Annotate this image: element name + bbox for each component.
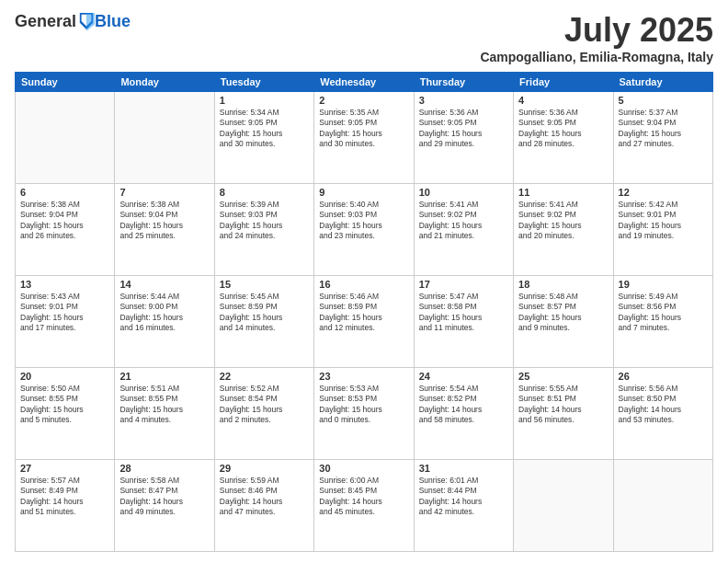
day-info: Sunrise: 5:55 AM Sunset: 8:51 PM Dayligh… bbox=[518, 384, 608, 426]
calendar-cell: 27Sunrise: 5:57 AM Sunset: 8:49 PM Dayli… bbox=[16, 460, 115, 552]
calendar-cell bbox=[514, 460, 613, 552]
calendar-cell: 13Sunrise: 5:43 AM Sunset: 9:01 PM Dayli… bbox=[16, 276, 115, 368]
day-number: 7 bbox=[119, 187, 209, 198]
day-number: 18 bbox=[518, 279, 608, 290]
calendar-cell: 12Sunrise: 5:42 AM Sunset: 9:01 PM Dayli… bbox=[613, 184, 712, 276]
day-info: Sunrise: 5:41 AM Sunset: 9:02 PM Dayligh… bbox=[518, 200, 608, 242]
calendar-cell bbox=[16, 92, 115, 184]
page: General Blue July 2025 Campogalliano, Em… bbox=[0, 0, 728, 563]
day-info: Sunrise: 5:34 AM Sunset: 9:05 PM Dayligh… bbox=[220, 108, 309, 150]
day-number: 30 bbox=[319, 463, 408, 474]
day-info: Sunrise: 5:35 AM Sunset: 9:05 PM Dayligh… bbox=[319, 108, 408, 150]
calendar-cell: 6Sunrise: 5:38 AM Sunset: 9:04 PM Daylig… bbox=[16, 184, 115, 276]
calendar-cell: 18Sunrise: 5:48 AM Sunset: 8:57 PM Dayli… bbox=[514, 276, 613, 368]
calendar-cell: 5Sunrise: 5:37 AM Sunset: 9:04 PM Daylig… bbox=[613, 92, 712, 184]
day-info: Sunrise: 5:45 AM Sunset: 8:59 PM Dayligh… bbox=[220, 292, 309, 334]
calendar-cell: 11Sunrise: 5:41 AM Sunset: 9:02 PM Dayli… bbox=[514, 184, 613, 276]
day-number: 10 bbox=[419, 187, 508, 198]
calendar-cell: 10Sunrise: 5:41 AM Sunset: 9:02 PM Dayli… bbox=[414, 184, 513, 276]
calendar-cell: 24Sunrise: 5:54 AM Sunset: 8:52 PM Dayli… bbox=[414, 368, 513, 460]
calendar-week-row: 1Sunrise: 5:34 AM Sunset: 9:05 PM Daylig… bbox=[16, 92, 713, 184]
calendar-cell: 28Sunrise: 5:58 AM Sunset: 8:47 PM Dayli… bbox=[115, 460, 214, 552]
day-info: Sunrise: 5:51 AM Sunset: 8:55 PM Dayligh… bbox=[119, 384, 209, 426]
calendar-cell: 9Sunrise: 5:40 AM Sunset: 9:03 PM Daylig… bbox=[314, 184, 414, 276]
day-info: Sunrise: 5:59 AM Sunset: 8:46 PM Dayligh… bbox=[220, 476, 309, 518]
day-info: Sunrise: 5:49 AM Sunset: 8:56 PM Dayligh… bbox=[619, 292, 708, 334]
day-number: 19 bbox=[619, 279, 708, 290]
day-info: Sunrise: 5:40 AM Sunset: 9:03 PM Dayligh… bbox=[319, 200, 408, 242]
calendar-week-row: 20Sunrise: 5:50 AM Sunset: 8:55 PM Dayli… bbox=[16, 368, 713, 460]
day-info: Sunrise: 5:47 AM Sunset: 8:58 PM Dayligh… bbox=[419, 292, 508, 334]
calendar-cell bbox=[613, 460, 712, 552]
calendar-cell: 30Sunrise: 6:00 AM Sunset: 8:45 PM Dayli… bbox=[314, 460, 414, 552]
calendar-week-row: 13Sunrise: 5:43 AM Sunset: 9:01 PM Dayli… bbox=[16, 276, 713, 368]
day-number: 29 bbox=[220, 463, 309, 474]
calendar-cell: 22Sunrise: 5:52 AM Sunset: 8:54 PM Dayli… bbox=[214, 368, 313, 460]
day-number: 21 bbox=[119, 371, 209, 382]
day-info: Sunrise: 5:54 AM Sunset: 8:52 PM Dayligh… bbox=[419, 384, 508, 426]
day-number: 4 bbox=[518, 95, 608, 106]
calendar-cell: 15Sunrise: 5:45 AM Sunset: 8:59 PM Dayli… bbox=[214, 276, 313, 368]
calendar-cell: 14Sunrise: 5:44 AM Sunset: 9:00 PM Dayli… bbox=[115, 276, 214, 368]
calendar-cell: 31Sunrise: 6:01 AM Sunset: 8:44 PM Dayli… bbox=[414, 460, 513, 552]
day-number: 6 bbox=[20, 187, 109, 198]
calendar-header-row: SundayMondayTuesdayWednesdayThursdayFrid… bbox=[16, 73, 713, 92]
weekday-header: Sunday bbox=[16, 73, 115, 92]
day-info: Sunrise: 6:00 AM Sunset: 8:45 PM Dayligh… bbox=[319, 476, 408, 518]
day-info: Sunrise: 5:48 AM Sunset: 8:57 PM Dayligh… bbox=[518, 292, 608, 334]
calendar-cell bbox=[115, 92, 214, 184]
logo-blue: Blue bbox=[95, 12, 131, 31]
logo-text: General Blue bbox=[15, 11, 131, 31]
calendar-cell: 25Sunrise: 5:55 AM Sunset: 8:51 PM Dayli… bbox=[514, 368, 613, 460]
calendar-week-row: 27Sunrise: 5:57 AM Sunset: 8:49 PM Dayli… bbox=[16, 460, 713, 552]
day-info: Sunrise: 5:44 AM Sunset: 9:00 PM Dayligh… bbox=[119, 292, 209, 334]
calendar-cell: 2Sunrise: 5:35 AM Sunset: 9:05 PM Daylig… bbox=[314, 92, 414, 184]
day-number: 20 bbox=[20, 371, 109, 382]
calendar-cell: 20Sunrise: 5:50 AM Sunset: 8:55 PM Dayli… bbox=[16, 368, 115, 460]
logo-icon bbox=[78, 11, 95, 31]
calendar-cell: 29Sunrise: 5:59 AM Sunset: 8:46 PM Dayli… bbox=[214, 460, 313, 552]
weekday-header: Saturday bbox=[613, 73, 712, 92]
calendar-cell: 8Sunrise: 5:39 AM Sunset: 9:03 PM Daylig… bbox=[214, 184, 313, 276]
calendar-cell: 26Sunrise: 5:56 AM Sunset: 8:50 PM Dayli… bbox=[613, 368, 712, 460]
subtitle: Campogalliano, Emilia-Romagna, Italy bbox=[480, 50, 713, 64]
logo: General Blue bbox=[15, 11, 131, 31]
day-info: Sunrise: 5:38 AM Sunset: 9:04 PM Dayligh… bbox=[119, 200, 209, 242]
day-number: 14 bbox=[119, 279, 209, 290]
calendar-cell: 3Sunrise: 5:36 AM Sunset: 9:05 PM Daylig… bbox=[414, 92, 513, 184]
day-number: 9 bbox=[319, 187, 408, 198]
day-number: 15 bbox=[220, 279, 309, 290]
calendar-cell: 4Sunrise: 5:36 AM Sunset: 9:05 PM Daylig… bbox=[514, 92, 613, 184]
svg-marker-2 bbox=[86, 13, 95, 31]
day-info: Sunrise: 5:43 AM Sunset: 9:01 PM Dayligh… bbox=[20, 292, 109, 334]
day-info: Sunrise: 5:37 AM Sunset: 9:04 PM Dayligh… bbox=[619, 108, 708, 150]
day-number: 11 bbox=[518, 187, 608, 198]
day-number: 2 bbox=[319, 95, 408, 106]
day-number: 25 bbox=[518, 371, 608, 382]
weekday-header: Friday bbox=[514, 73, 613, 92]
calendar-cell: 19Sunrise: 5:49 AM Sunset: 8:56 PM Dayli… bbox=[613, 276, 712, 368]
day-info: Sunrise: 5:38 AM Sunset: 9:04 PM Dayligh… bbox=[20, 200, 109, 242]
calendar-week-row: 6Sunrise: 5:38 AM Sunset: 9:04 PM Daylig… bbox=[16, 184, 713, 276]
day-number: 5 bbox=[619, 95, 708, 106]
logo-general: General bbox=[15, 12, 76, 31]
calendar-cell: 1Sunrise: 5:34 AM Sunset: 9:05 PM Daylig… bbox=[214, 92, 313, 184]
day-info: Sunrise: 5:52 AM Sunset: 8:54 PM Dayligh… bbox=[220, 384, 309, 426]
day-info: Sunrise: 5:41 AM Sunset: 9:02 PM Dayligh… bbox=[419, 200, 508, 242]
day-info: Sunrise: 5:58 AM Sunset: 8:47 PM Dayligh… bbox=[119, 476, 209, 518]
day-info: Sunrise: 5:42 AM Sunset: 9:01 PM Dayligh… bbox=[619, 200, 708, 242]
weekday-header: Thursday bbox=[414, 73, 513, 92]
day-info: Sunrise: 5:56 AM Sunset: 8:50 PM Dayligh… bbox=[619, 384, 708, 426]
calendar-cell: 21Sunrise: 5:51 AM Sunset: 8:55 PM Dayli… bbox=[115, 368, 214, 460]
title-block: July 2025 Campogalliano, Emilia-Romagna,… bbox=[480, 11, 713, 64]
day-number: 31 bbox=[419, 463, 508, 474]
weekday-header: Wednesday bbox=[314, 73, 414, 92]
calendar-cell: 17Sunrise: 5:47 AM Sunset: 8:58 PM Dayli… bbox=[414, 276, 513, 368]
day-number: 3 bbox=[419, 95, 508, 106]
day-number: 13 bbox=[20, 279, 109, 290]
weekday-header: Tuesday bbox=[214, 73, 313, 92]
day-number: 27 bbox=[20, 463, 109, 474]
day-info: Sunrise: 5:36 AM Sunset: 9:05 PM Dayligh… bbox=[518, 108, 608, 150]
day-info: Sunrise: 5:57 AM Sunset: 8:49 PM Dayligh… bbox=[20, 476, 109, 518]
day-number: 23 bbox=[319, 371, 408, 382]
